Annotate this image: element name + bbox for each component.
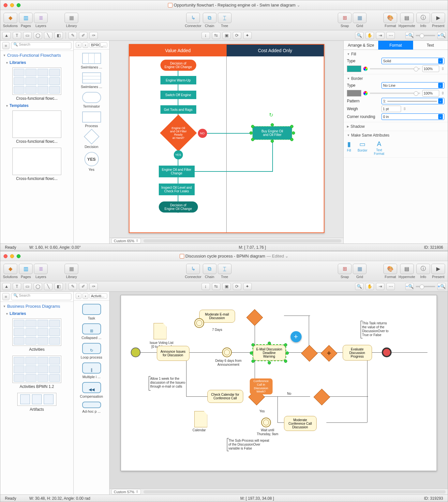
buy-node-selected[interactable]: Buy Engine Oil and Oil Filter (253, 126, 292, 140)
eyedropper-tool[interactable]: ✐ (79, 283, 87, 290)
bpmn-task[interactable]: Moderate E-mail Discussion (199, 310, 235, 323)
zoom-readout[interactable]: Custom 57%⇳ (112, 489, 141, 495)
bpmn-parallel-gateway[interactable] (321, 345, 337, 362)
start-node[interactable]: Decision of Engine Oil Change (160, 60, 196, 71)
zoom-out[interactable]: −🔍 (405, 32, 414, 39)
shape-tool[interactable]: ◧ (54, 283, 63, 290)
layers-button[interactable]: ≣ (34, 264, 48, 274)
bpmn-task[interactable]: Evaluate Discussion Progress (343, 345, 372, 361)
msa-border[interactable]: ▭Border (358, 140, 367, 155)
search-input[interactable]: 🔍 Search (11, 293, 71, 300)
fill-color[interactable] (347, 66, 361, 72)
bpmn-timer[interactable] (194, 318, 204, 328)
border-opacity-value[interactable]: 100% (422, 90, 439, 96)
fill-type-dropdown[interactable]: Solid⌄ (381, 58, 444, 64)
shapes-dropdown[interactable]: BPRC_... (89, 42, 107, 48)
ellipse-tool[interactable]: ◯ (34, 32, 42, 39)
library-item[interactable]: Cross-functional flowc... (4, 67, 70, 101)
bpmn-timer[interactable] (261, 418, 271, 427)
sub-templates[interactable]: ▼ Templates (0, 103, 73, 109)
tab-format[interactable]: Format (378, 41, 413, 50)
corner-dropdown[interactable]: 0 in⌄ (381, 113, 444, 120)
bpmn-gateway[interactable] (313, 389, 330, 406)
spacing-tool[interactable]: ⇥ (376, 283, 384, 290)
present-button[interactable]: ▶ (431, 264, 445, 274)
bpmn-start[interactable] (131, 347, 141, 357)
process-node[interactable]: Inspect Oil Level and Check For Leaks (159, 184, 195, 195)
chain-button[interactable]: ⧉ (203, 264, 217, 274)
border-color[interactable] (347, 90, 361, 96)
zoom-button[interactable] (17, 3, 21, 7)
shapes-back[interactable]: ‹ (76, 42, 82, 48)
zoom-out[interactable]: −🔍 (405, 283, 414, 290)
wrench-tool[interactable]: ✦ (243, 283, 252, 290)
border-opacity-slider[interactable] (370, 93, 420, 94)
shape-compensation[interactable]: ◀◀Compensation (74, 382, 109, 398)
end-node[interactable]: Decision of Engine Oil Change (159, 201, 198, 213)
bpmn-timer[interactable] (222, 347, 232, 357)
snap-button[interactable]: ⊞ (338, 264, 351, 274)
shapes-back[interactable]: ‹ (76, 293, 82, 299)
connector-button[interactable]: ↳ (186, 264, 200, 274)
more-tool[interactable]: ⋯ (386, 32, 395, 39)
bpmn-task[interactable]: Check Calendar for Conference Call (207, 390, 243, 403)
rect-tool[interactable]: ▭ (23, 32, 32, 39)
shape-task[interactable]: Task (74, 304, 109, 320)
section-msa[interactable]: Make Same Attributes (351, 133, 389, 138)
weigh-input[interactable]: 1 pt (381, 106, 401, 112)
group-tool[interactable]: ▣ (222, 283, 231, 290)
section-border[interactable]: Border (351, 76, 363, 81)
template-item[interactable]: Cross-functional flowc... (4, 148, 70, 181)
library-button[interactable]: ▦ (65, 13, 78, 23)
title-chevron[interactable]: ⌄ (297, 3, 300, 7)
zoom-readout[interactable]: Custom 65%⇳ (112, 238, 141, 244)
process-node[interactable]: Engine Warm-Up (160, 76, 196, 84)
bpmn-task-selected[interactable]: E-Mail Discussion Deadline Warning (253, 345, 286, 361)
align-tool[interactable]: ↕ (202, 283, 210, 290)
present-button[interactable]: ▶ (431, 13, 445, 23)
bpmn-task[interactable]: Moderate Conference Call Discussion (284, 416, 317, 431)
search-input[interactable]: 🔍 Search (11, 42, 71, 49)
panel-mode-toggle[interactable]: ≡ (2, 293, 9, 300)
line-tool[interactable]: ╲ (44, 283, 52, 290)
shape-collapsed[interactable]: ⊞Collapsed ... (74, 323, 109, 340)
fill-opacity-value[interactable]: 100% (422, 66, 439, 72)
h-scrollbar[interactable] (143, 490, 446, 494)
format-button[interactable]: 🎨 (383, 13, 397, 23)
hypernote-button[interactable]: ▤ (400, 13, 414, 23)
shape-multiple[interactable]: ∥Multiple i ... (74, 362, 109, 379)
line-tool[interactable]: ╲ (44, 32, 52, 39)
zoom-in[interactable]: +🔍 (437, 283, 446, 290)
minimize-button[interactable] (10, 254, 14, 258)
shapes-fwd[interactable]: › (82, 42, 88, 48)
msa-fill[interactable]: ▮Fill (347, 140, 351, 155)
cursor-tool[interactable]: ▲ (2, 283, 11, 290)
title-edited[interactable]: — Edited ⌄ (266, 254, 289, 258)
tab-text[interactable]: Text (413, 41, 448, 50)
layers-button[interactable]: ≣ (34, 13, 48, 23)
library-item[interactable]: Artifacts (4, 393, 70, 412)
brush-tool[interactable]: ✑ (89, 32, 98, 39)
decision-node[interactable]: Engine Oil and Oil Filter Ready at Hand? (160, 114, 197, 151)
h-scrollbar[interactable] (143, 239, 341, 243)
brush-tool[interactable]: ✑ (89, 283, 98, 290)
cursor-tool[interactable]: ▲ (2, 32, 11, 39)
shape-adhoc[interactable]: Ad-hoc p ... (74, 402, 109, 413)
zoom-tool[interactable]: 🔍 (355, 283, 364, 290)
minimize-button[interactable] (10, 3, 14, 7)
tree-button[interactable]: ⌶ (218, 264, 231, 274)
align-tool[interactable]: ↕ (202, 32, 210, 39)
zoom-slider[interactable] (416, 35, 435, 36)
snap-button[interactable]: ⊞ (338, 13, 351, 23)
spacing-tool[interactable]: ⇥ (376, 32, 384, 39)
solutions-button[interactable]: ◆ (4, 13, 17, 23)
shape-process[interactable]: Process (74, 111, 109, 128)
bpmn-gateway[interactable] (301, 345, 318, 362)
border-type-dropdown[interactable]: No Line⌄ (381, 82, 444, 89)
section-shadow[interactable]: Shadow (351, 124, 365, 129)
rotate-tool[interactable]: ⟳ (233, 283, 241, 290)
panel-mode-toggle[interactable]: ≡ (2, 42, 9, 49)
info-button[interactable]: ⓘ (416, 264, 430, 274)
pen-tool[interactable]: ✎ (68, 283, 77, 290)
group-tool[interactable]: ▣ (222, 32, 231, 39)
